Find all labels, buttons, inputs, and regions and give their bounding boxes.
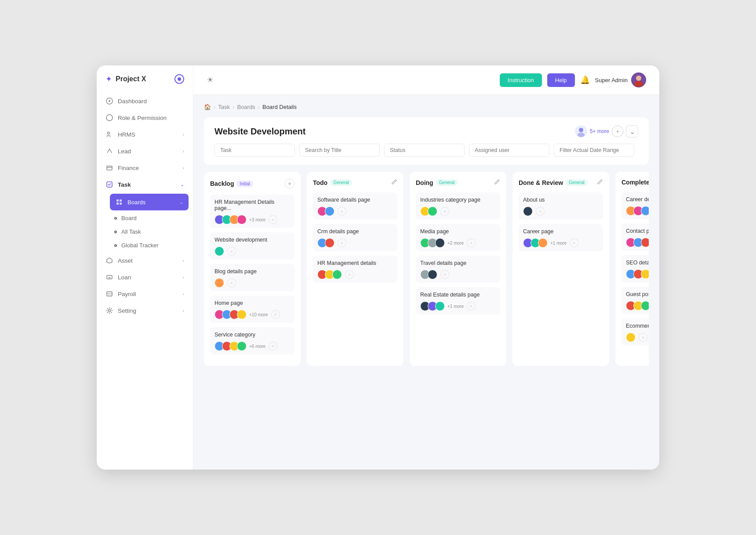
sidebar-item-lead[interactable]: Lead › (97, 143, 193, 159)
card-avatar (428, 270, 437, 279)
sidebar-item-loan[interactable]: Loan › (97, 269, 193, 286)
sun-icon[interactable]: ☀ (207, 75, 214, 85)
date-filter[interactable] (554, 144, 634, 157)
card-assign-button[interactable]: + (271, 310, 280, 319)
kanban-card[interactable]: Travel details page + (416, 256, 500, 283)
search-filter[interactable] (299, 144, 380, 157)
card-assign-button[interactable]: + (269, 342, 277, 351)
breadcrumb: 🏠 › Task › Boards › Board Details (204, 104, 649, 110)
card-assign-button[interactable]: + (570, 239, 578, 247)
col-badge: Initial (236, 181, 253, 187)
kanban-card[interactable]: HR Management details + (313, 256, 397, 283)
sidebar-item-board[interactable]: Board (105, 211, 193, 225)
card-avatar (237, 215, 247, 224)
task-icon (105, 181, 113, 188)
card-assign-button[interactable]: + (639, 333, 647, 342)
expand-button[interactable]: ⌄ (626, 125, 638, 137)
sidebar-item-asset[interactable]: Asset › (97, 252, 193, 269)
boards-nav-icon (115, 198, 123, 206)
card-assign-button[interactable]: + (227, 247, 236, 256)
kanban-card[interactable]: Software details page + (313, 192, 397, 220)
card-assign-button[interactable]: + (227, 278, 236, 287)
card-assign-button[interactable]: + (536, 207, 545, 216)
sidebar-item-asset-label: Asset (118, 257, 133, 264)
kanban-card[interactable]: Home page +10 more+ (210, 296, 294, 323)
card-avatars (626, 301, 649, 311)
sidebar: ✦ Project X Dashboard (97, 65, 193, 470)
sidebar-item-payroll[interactable]: Payroll › (97, 286, 193, 302)
kanban-card[interactable]: Website development + (210, 232, 294, 260)
kanban-card[interactable]: Career details page + (622, 192, 649, 219)
card-title: Industries category page (420, 197, 496, 203)
col-header: Backlog Initial+ (210, 179, 294, 188)
svg-rect-4 (107, 166, 112, 170)
board-avatars: 5+ more + ⌄ (575, 125, 638, 137)
kanban-card[interactable]: Crm details page + (313, 224, 397, 251)
card-more: +3 more (249, 217, 265, 222)
sidebar-item-finance[interactable]: Finance › (97, 159, 193, 176)
card-assign-button[interactable]: + (467, 239, 476, 247)
kanban-card[interactable]: Media page +2 more+ (416, 224, 500, 251)
kanban-card[interactable]: Guest post design page +9 more+ (622, 287, 649, 314)
card-assign-button[interactable]: + (467, 302, 476, 311)
settings-icon[interactable] (174, 74, 184, 84)
svg-point-1 (109, 100, 110, 102)
kanban-card[interactable]: Blog details page + (210, 264, 294, 291)
hrms-arrow: › (182, 132, 184, 137)
card-avatar (626, 333, 636, 342)
card-footer: +3 more+ (214, 215, 290, 224)
finance-icon (105, 164, 113, 172)
board-plus-more[interactable]: 5+ more (590, 128, 609, 134)
breadcrumb-task[interactable]: Task (218, 104, 230, 110)
notification-bell[interactable]: 🔔 (580, 75, 590, 85)
kanban-card[interactable]: HR Management Details page... +3 more+ (210, 195, 294, 228)
sidebar-item-role[interactable]: Role & Permission (97, 109, 193, 126)
card-more: +2 more (447, 241, 464, 246)
card-avatars (214, 341, 247, 351)
col-edit-button[interactable] (597, 179, 603, 186)
kanban-card[interactable]: About us + (519, 192, 603, 220)
card-avatars (626, 333, 636, 342)
card-assign-button[interactable]: + (440, 270, 449, 279)
sidebar-item-dashboard[interactable]: Dashboard (97, 93, 193, 109)
card-assign-button[interactable]: + (440, 207, 449, 216)
add-user-button[interactable]: + (612, 126, 623, 137)
status-filter[interactable] (384, 144, 465, 157)
card-title: Software details page (317, 197, 393, 203)
kanban-card[interactable]: Service category +6 more+ (210, 327, 294, 354)
card-avatar (428, 206, 437, 216)
dashboard-icon (105, 97, 113, 105)
user-profile[interactable]: Super Admin (595, 72, 646, 87)
assigned-filter[interactable] (469, 144, 549, 157)
help-button[interactable]: Help (547, 73, 575, 87)
card-assign-button[interactable]: + (269, 215, 277, 224)
kanban-card[interactable]: Contact page +3 more+ (622, 224, 649, 251)
instruction-button[interactable]: Instruction (500, 73, 542, 87)
sidebar-item-boards[interactable]: Boards ⌄ (110, 194, 189, 210)
sidebar-item-hrms[interactable]: HRMS › (97, 126, 193, 143)
card-avatar (332, 270, 342, 279)
card-avatars (420, 238, 445, 248)
breadcrumb-home[interactable]: 🏠 (204, 104, 211, 110)
sidebar-item-setting[interactable]: Setting › (97, 302, 193, 319)
kanban-card[interactable]: Career page +1 more+ (519, 224, 603, 251)
sidebar-item-task[interactable]: Task ⌄ (97, 176, 193, 193)
breadcrumb-boards[interactable]: Boards (237, 104, 255, 110)
col-edit-button[interactable] (391, 179, 397, 186)
card-assign-button[interactable]: + (345, 270, 354, 279)
sidebar-item-lead-label: Lead (118, 148, 131, 155)
kanban-card[interactable]: Ecommerce details page + (622, 318, 649, 346)
kanban-card[interactable]: Real Estate details page +1 more+ (416, 287, 500, 314)
sidebar-nav: Dashboard Role & Permission (97, 93, 193, 461)
card-assign-button[interactable]: + (338, 239, 346, 247)
col-edit-button[interactable] (494, 179, 500, 186)
task-filter[interactable] (214, 144, 295, 157)
card-avatars (523, 206, 533, 216)
kanban-card[interactable]: SEO details page +7 more+ (622, 255, 649, 282)
sidebar-item-globaltracker[interactable]: Global Tracker (105, 239, 193, 252)
kanban-card[interactable]: Industries category page + (416, 192, 500, 220)
col-add-button[interactable]: + (285, 179, 294, 188)
card-footer: +1 more+ (523, 238, 599, 248)
card-assign-button[interactable]: + (338, 207, 346, 216)
sidebar-item-alltask[interactable]: All Task (105, 225, 193, 239)
